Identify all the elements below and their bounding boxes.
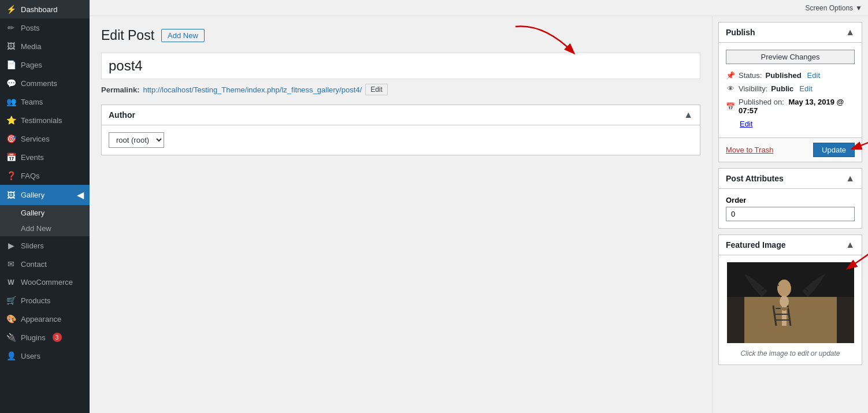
publish-panel: Publish ▲ Preview Changes 📌 Status: Publ… — [718, 22, 862, 162]
sidebar-item-users[interactable]: 👤 Users — [0, 347, 90, 365]
featured-image-title: Featured Image — [726, 240, 785, 250]
published-date-row: 📅 Published on: May 13, 2019 @ 07:57 — [726, 98, 855, 115]
post-title-input[interactable] — [101, 53, 700, 79]
sidebar-item-products[interactable]: 🛒 Products — [0, 291, 90, 310]
contact-icon: ✉ — [6, 259, 16, 269]
post-attributes-toggle[interactable]: ▲ — [845, 173, 855, 184]
update-btn-wrapper: Update — [813, 143, 855, 157]
visibility-icon: 👁 — [726, 84, 735, 93]
sliders-icon: ▶ — [6, 241, 16, 250]
sidebar-item-contact[interactable]: ✉ Contact — [0, 255, 90, 273]
featured-image-panel: Featured Image ▲ — [718, 235, 862, 365]
gallery-submenu: Gallery Add New — [0, 205, 90, 236]
plugins-badge: 3 — [53, 333, 62, 342]
post-attributes-title: Post Attributes — [726, 174, 784, 183]
gallery-collapse-arrow: ◀ — [77, 189, 84, 200]
status-edit-link[interactable]: Edit — [807, 71, 820, 80]
sidebar-item-posts[interactable]: ✏ Posts — [0, 18, 90, 37]
sidebar-item-dashboard[interactable]: ⚡ Dashboard — [0, 0, 90, 18]
permalink-link[interactable]: http://localhost/Testing_Theme/index.php… — [143, 85, 362, 94]
author-meta-box-header: Author ▲ — [102, 105, 700, 125]
publish-panel-content: Preview Changes 📌 Status: Published Edit… — [719, 43, 862, 137]
sidebar-subitem-gallery[interactable]: Gallery — [0, 205, 90, 221]
featured-image[interactable] — [727, 262, 854, 343]
post-attributes-content: Order — [719, 189, 862, 228]
published-date: Published on: May 13, 2019 @ 07:57 — [739, 98, 855, 115]
publish-panel-toggle[interactable]: ▲ — [845, 27, 855, 38]
visibility-value: Public — [771, 84, 793, 93]
sidebar-item-teams[interactable]: 👥 Teams — [0, 92, 90, 111]
products-icon: 🛒 — [6, 296, 16, 305]
page-header: Edit Post Add New — [101, 28, 700, 43]
media-icon: 🖼 — [6, 42, 16, 51]
publish-panel-header: Publish ▲ — [719, 23, 862, 43]
sidebar-item-events[interactable]: 📅 Events — [0, 148, 90, 166]
testimonials-icon: ⭐ — [6, 116, 16, 125]
permalink-label: Permalink: — [101, 85, 139, 94]
events-icon: 📅 — [6, 152, 16, 162]
sidebar-item-media[interactable]: 🖼 Media — [0, 37, 90, 55]
services-icon: 🎯 — [6, 134, 16, 143]
appearance-icon: 🎨 — [6, 314, 16, 323]
move-to-trash-button[interactable]: Move to Trash — [726, 146, 773, 154]
post-title-wrapper — [101, 53, 700, 84]
sidebar-item-testimonials[interactable]: ⭐ Testimonials — [0, 111, 90, 129]
right-sidebar: Publish ▲ Preview Changes 📌 Status: Publ… — [712, 16, 868, 413]
woocommerce-icon: W — [6, 278, 16, 287]
featured-image-toggle[interactable]: ▲ — [845, 240, 855, 250]
sidebar-item-comments[interactable]: 💬 Comments — [0, 74, 90, 92]
faqs-icon: ❓ — [6, 171, 16, 180]
gallery-icon: 🖼 — [6, 191, 16, 200]
author-meta-box-toggle[interactable]: ▲ — [684, 110, 693, 120]
chevron-down-icon: ▼ — [855, 4, 862, 12]
content-area: Edit Post Add New Permalink: http://loca… — [90, 16, 868, 413]
publish-panel-footer: Move to Trash Update — [719, 137, 862, 162]
sidebar-item-appearance[interactable]: 🎨 Appearance — [0, 310, 90, 328]
published-date-edit-link[interactable]: Edit — [740, 120, 752, 128]
sidebar-item-gallery[interactable]: 🖼 Gallery ◀ — [0, 185, 90, 205]
order-label: Order — [726, 196, 855, 204]
visibility-row: 👁 Visibility: Public Edit — [726, 84, 855, 93]
status-value: Published — [765, 71, 801, 80]
permalink-row: Permalink: http://localhost/Testing_Them… — [101, 84, 700, 95]
comments-icon: 💬 — [6, 79, 16, 88]
posts-icon: ✏ — [6, 23, 16, 32]
author-select[interactable]: root (root) — [109, 132, 164, 148]
author-meta-box-content: root (root) — [102, 125, 700, 155]
sidebar-item-pages[interactable]: 📄 Pages — [0, 55, 90, 74]
post-attributes-header: Post Attributes ▲ — [719, 169, 862, 189]
editor-area: Edit Post Add New Permalink: http://loca… — [90, 16, 712, 413]
svg-point-4 — [777, 280, 791, 297]
sidebar: ⚡ Dashboard ✏ Posts 🖼 Media 📄 Pages 💬 Co… — [0, 0, 90, 413]
featured-image-content: Click the image to edit or update — [719, 255, 862, 364]
author-meta-box-title: Author — [109, 110, 135, 120]
sidebar-item-woocommerce[interactable]: W WooCommerce — [0, 273, 90, 291]
screen-options-button[interactable]: Screen Options ▼ — [805, 4, 862, 12]
permalink-edit-button[interactable]: Edit — [365, 84, 388, 95]
teams-icon: 👥 — [6, 97, 16, 106]
status-icon: 📌 — [726, 71, 735, 80]
pages-icon: 📄 — [6, 60, 16, 69]
update-button[interactable]: Update — [813, 143, 855, 157]
sidebar-item-plugins[interactable]: 🔌 Plugins 3 — [0, 328, 90, 347]
calendar-icon: 📅 — [726, 102, 735, 111]
featured-image-header: Featured Image ▲ — [719, 235, 862, 255]
svg-rect-2 — [727, 262, 854, 297]
users-icon: 👤 — [6, 351, 16, 360]
visibility-edit-link[interactable]: Edit — [799, 84, 812, 93]
topbar: Screen Options ▼ — [90, 0, 868, 16]
sidebar-item-services[interactable]: 🎯 Services — [0, 129, 90, 148]
featured-image-wrapper — [727, 262, 854, 348]
svg-point-10 — [780, 296, 789, 307]
order-input[interactable] — [726, 207, 855, 221]
preview-changes-button[interactable]: Preview Changes — [726, 50, 855, 64]
add-new-button[interactable]: Add New — [161, 29, 205, 42]
dashboard-icon: ⚡ — [6, 5, 16, 14]
sidebar-subitem-add-new[interactable]: Add New — [0, 221, 90, 236]
sidebar-item-faqs[interactable]: ❓ FAQs — [0, 166, 90, 185]
author-meta-box: Author ▲ root (root) — [101, 105, 700, 155]
plugins-icon: 🔌 — [6, 333, 16, 342]
status-row: 📌 Status: Published Edit — [726, 71, 855, 80]
publish-panel-title: Publish — [726, 28, 755, 37]
sidebar-item-sliders[interactable]: ▶ Sliders — [0, 236, 90, 255]
